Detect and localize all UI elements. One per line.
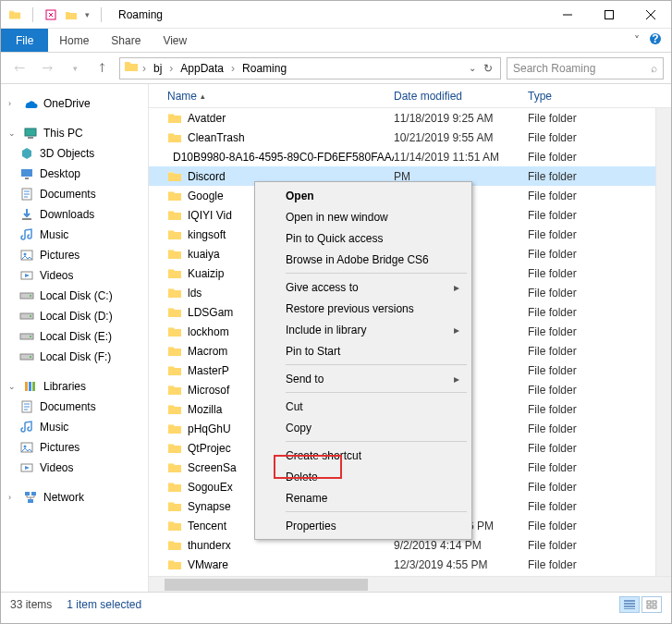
vertical-scrollbar[interactable]	[655, 108, 671, 576]
ribbon-expand-icon[interactable]: ˅	[634, 34, 640, 47]
nav-recent-button[interactable]: ▾	[64, 57, 86, 80]
tree-item[interactable]: Documents	[1, 184, 148, 204]
help-icon[interactable]: ?	[649, 32, 662, 48]
menu-item[interactable]: Cut	[258, 396, 469, 417]
nav-back-button[interactable]: 🡐	[8, 57, 31, 80]
menu-item[interactable]: Browse in Adobe Bridge CS6	[258, 249, 469, 270]
menu-item[interactable]: Rename	[258, 487, 469, 508]
table-row[interactable]: CleanTrash10/21/2019 9:55 AMFile folder	[149, 128, 655, 147]
svg-rect-20	[25, 382, 28, 391]
breadcrumb-item[interactable]: AppData	[177, 62, 227, 75]
breadcrumb-item[interactable]: bj	[150, 62, 165, 75]
tree-root[interactable]: ⌄This PC	[1, 123, 148, 143]
svg-rect-13	[30, 295, 31, 297]
qat-properties-icon[interactable]	[44, 8, 57, 21]
col-type[interactable]: Type	[528, 90, 671, 103]
column-headers[interactable]: Name▴ Date modified Type	[149, 84, 671, 108]
svg-rect-31	[653, 601, 656, 604]
svg-rect-7	[25, 177, 29, 179]
svg-rect-1	[605, 10, 613, 18]
svg-rect-33	[653, 606, 656, 608]
col-name[interactable]: Name▴	[167, 90, 394, 103]
svg-text:?: ?	[652, 32, 658, 45]
menu-item[interactable]: Restore previous versions	[258, 298, 469, 319]
menu-item[interactable]: Open	[258, 185, 469, 206]
ribbon-tabs: File Home Share View ˅ ?	[1, 29, 671, 53]
tree-item[interactable]: Local Disk (E:)	[1, 326, 148, 347]
tree-root[interactable]: ›Network	[1, 487, 148, 508]
tree-root[interactable]: ›OneDrive	[1, 93, 148, 114]
menu-item[interactable]: Pin to Quick access	[258, 227, 469, 249]
svg-rect-21	[29, 382, 31, 391]
search-icon: ⌕	[651, 62, 657, 75]
svg-rect-15	[30, 315, 31, 317]
menu-item[interactable]: Include in library▸	[258, 319, 469, 340]
nav-up-button[interactable]: 🡑	[92, 57, 114, 80]
nav-tree: ›OneDrive⌄This PC3D ObjectsDesktopDocume…	[1, 84, 149, 592]
maximize-button[interactable]	[588, 1, 629, 29]
tree-item[interactable]: Pictures	[1, 245, 148, 265]
menu-item[interactable]: Open in new window	[258, 206, 469, 227]
svg-rect-4	[25, 128, 36, 136]
address-box[interactable]: › bj › AppData › Roaming ⌄ ↻	[119, 57, 501, 80]
svg-rect-17	[30, 336, 31, 337]
svg-rect-32	[647, 606, 651, 608]
minimize-button[interactable]	[546, 1, 588, 29]
window-title: Roaming	[118, 8, 163, 21]
svg-point-10	[24, 253, 27, 256]
folder-icon	[124, 60, 139, 76]
tree-item[interactable]: Desktop	[1, 164, 148, 184]
svg-rect-30	[647, 601, 651, 604]
tab-view[interactable]: View	[152, 29, 198, 52]
tab-home[interactable]: Home	[48, 29, 100, 52]
tree-item[interactable]: Downloads	[1, 204, 148, 225]
svg-rect-5	[28, 137, 33, 139]
tree-item[interactable]: Videos	[1, 458, 148, 478]
context-menu: OpenOpen in new windowPin to Quick acces…	[254, 181, 472, 540]
horizontal-scrollbar[interactable]	[149, 576, 671, 592]
status-bar: 33 items 1 item selected	[1, 592, 671, 616]
tree-item[interactable]: Videos	[1, 265, 148, 286]
menu-item[interactable]: Give access to▸	[258, 276, 469, 298]
tree-item[interactable]: Documents	[1, 397, 148, 417]
table-row[interactable]: Avatder11/18/2019 9:25 AMFile folder	[149, 108, 655, 128]
address-dropdown-icon[interactable]: ⌄	[469, 63, 476, 73]
tree-item[interactable]: Local Disk (D:)	[1, 306, 148, 326]
menu-item[interactable]: Copy	[258, 417, 469, 438]
svg-point-25	[24, 446, 27, 448]
address-bar: 🡐 🡒 ▾ 🡑 › bj › AppData › Roaming ⌄ ↻ Sea…	[1, 53, 671, 84]
tree-item[interactable]: Music	[1, 225, 148, 245]
tree-item[interactable]: Local Disk (F:)	[1, 347, 148, 367]
nav-forward-button[interactable]: 🡒	[36, 57, 58, 80]
col-date[interactable]: Date modified	[394, 90, 528, 103]
svg-rect-28	[31, 492, 36, 496]
refresh-icon[interactable]: ↻	[480, 62, 496, 75]
svg-rect-6	[21, 169, 32, 177]
table-row[interactable]: VMware12/3/2019 4:55 PMFile folder	[149, 555, 655, 574]
menu-item[interactable]: Send to▸	[258, 368, 469, 389]
menu-item[interactable]: Delete	[258, 466, 469, 487]
view-icons-button[interactable]	[641, 596, 662, 613]
qat-newfolder-icon[interactable]	[65, 8, 78, 21]
tree-item[interactable]: Music	[1, 417, 148, 437]
tree-item[interactable]: Local Disk (C:)	[1, 286, 148, 306]
svg-rect-22	[32, 382, 35, 391]
menu-item[interactable]: Pin to Start	[258, 340, 469, 361]
view-details-button[interactable]	[619, 596, 640, 613]
svg-rect-19	[30, 356, 31, 358]
breadcrumb-item[interactable]: Roaming	[238, 62, 290, 75]
table-row[interactable]: D10B9980-8A16-4595-89C0-FD6EF580FAAA11/1…	[149, 147, 655, 166]
tree-item[interactable]: 3D Objects	[1, 143, 148, 164]
folder-icon	[8, 8, 21, 21]
menu-item[interactable]: Properties	[258, 515, 469, 536]
menu-item[interactable]: Create shortcut	[258, 445, 469, 466]
tree-root[interactable]: ⌄Libraries	[1, 376, 148, 397]
status-count: 33 items	[10, 598, 52, 611]
close-button[interactable]	[629, 1, 671, 29]
status-selected: 1 item selected	[67, 598, 141, 611]
tab-share[interactable]: Share	[100, 29, 152, 52]
search-input[interactable]: Search Roaming ⌕	[507, 57, 664, 80]
file-tab[interactable]: File	[1, 29, 48, 52]
qat-dropdown-icon[interactable]: ▾	[85, 10, 90, 19]
tree-item[interactable]: Pictures	[1, 437, 148, 458]
